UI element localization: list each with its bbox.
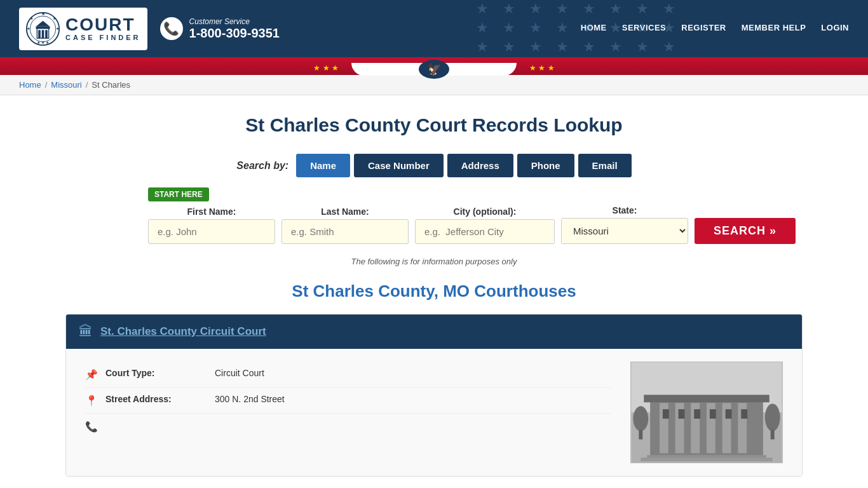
search-form: First Name: Last Name: City (optional): … — [148, 205, 796, 244]
state-group: State: Missouri Alabama Alaska Arizona C… — [561, 205, 688, 244]
breadcrumb-sep-2: / — [86, 80, 88, 90]
svg-text:★: ★ — [56, 26, 59, 30]
phone-row-icon: 📞 — [85, 421, 98, 433]
svg-point-34 — [765, 403, 780, 431]
eagle-icon: 🦅 — [427, 62, 441, 76]
svg-rect-8 — [38, 30, 41, 38]
svg-rect-27 — [710, 409, 716, 419]
search-by-row: Search by: Name Case Number Address Phon… — [65, 154, 803, 177]
courthouse-body: 📌 Court Type: Circuit Court 📍 Street Add… — [66, 349, 802, 476]
courthouse-icon: 🏛 — [79, 323, 93, 340]
address-label: Street Address: — [105, 394, 207, 404]
courthouse-image — [630, 362, 783, 463]
last-name-label: Last Name: — [281, 207, 409, 217]
eagle-container: 🦅 — [419, 60, 449, 79]
search-by-label: Search by: — [236, 160, 288, 172]
search-button[interactable]: SEARCH » — [695, 218, 796, 244]
svg-rect-26 — [694, 409, 700, 419]
city-group: City (optional): — [415, 207, 555, 244]
nav-services[interactable]: SERVICES — [622, 23, 667, 35]
svg-text:★: ★ — [53, 15, 56, 20]
banner-stars-left: ★ ★ ★ — [301, 64, 351, 75]
tab-phone[interactable]: Phone — [517, 154, 574, 177]
phone-icon: 📞 — [160, 17, 183, 40]
page-title: St Charles County Court Records Lookup — [65, 114, 803, 136]
banner-arc-decoration: 🦅 — [351, 63, 517, 76]
breadcrumb-home[interactable]: Home — [19, 80, 41, 90]
svg-rect-28 — [726, 409, 732, 419]
logo-case-finder-label: CASE FINDER — [65, 34, 141, 41]
banner-stars-right: ★ ★ ★ — [517, 64, 567, 75]
header-left: ★ ★ ★ ★ ★ ★ ★ ★ COURT CASE FINDER 📞 — [19, 8, 280, 50]
first-name-group: First Name: — [148, 207, 275, 244]
state-select[interactable]: Missouri Alabama Alaska Arizona Californ… — [561, 218, 688, 244]
logo-emblem-icon: ★ ★ ★ ★ ★ ★ ★ ★ — [25, 11, 60, 46]
svg-rect-24 — [663, 409, 669, 419]
city-input[interactable] — [415, 219, 555, 244]
customer-service-phone: 1-800-309-9351 — [189, 26, 280, 41]
tab-address[interactable]: Address — [447, 154, 513, 177]
courthouse-name-link[interactable]: St. Charles County Circuit Court — [100, 325, 266, 338]
svg-rect-25 — [679, 409, 685, 419]
search-section: Search by: Name Case Number Address Phon… — [65, 154, 803, 244]
site-logo[interactable]: ★ ★ ★ ★ ★ ★ ★ ★ COURT CASE FINDER — [19, 8, 147, 50]
nav-login[interactable]: LOGIN — [821, 23, 849, 35]
nav-home[interactable]: HOME — [581, 23, 607, 35]
address-row: 📍 Street Address: 300 N. 2nd Street — [85, 388, 611, 414]
logo-text-block: COURT CASE FINDER — [65, 16, 141, 41]
court-type-icon: 📌 — [85, 369, 98, 381]
svg-rect-31 — [641, 458, 772, 461]
last-name-group: Last Name: — [281, 207, 409, 244]
customer-service-block: 📞 Customer Service 1-800-309-9351 — [160, 17, 280, 41]
court-type-label: Court Type: — [105, 368, 207, 378]
svg-rect-29 — [741, 409, 747, 419]
nav-register[interactable]: REGISTER — [681, 23, 726, 35]
first-name-label: First Name: — [148, 207, 275, 217]
svg-text:★: ★ — [30, 15, 33, 20]
svg-text:★ ★ ★: ★ ★ ★ — [37, 41, 48, 44]
svg-rect-35 — [771, 430, 775, 440]
last-name-input[interactable] — [281, 219, 409, 244]
customer-service-label: Customer Service — [189, 17, 280, 26]
courthouse-info: 📌 Court Type: Circuit Court 📍 Street Add… — [85, 362, 611, 463]
tab-name[interactable]: Name — [296, 154, 350, 177]
court-type-value: Circuit Court — [215, 368, 264, 378]
courthouse-building-svg — [631, 362, 782, 463]
tab-case-number[interactable]: Case Number — [354, 154, 444, 177]
state-label: State: — [561, 205, 688, 215]
svg-text:★: ★ — [41, 11, 45, 17]
address-value: 300 N. 2nd Street — [215, 394, 285, 404]
info-note: The following is for information purpose… — [65, 257, 803, 266]
courthouse-card: 🏛 St. Charles County Circuit Court 📌 Cou… — [65, 314, 803, 477]
breadcrumb-sep-1: / — [45, 80, 48, 90]
svg-rect-11 — [36, 26, 50, 29]
city-label: City (optional): — [415, 207, 555, 217]
tab-email[interactable]: Email — [578, 154, 632, 177]
red-banner: ★ ★ ★ 🦅 ★ ★ ★ — [0, 57, 868, 75]
logo-court-label: COURT — [65, 16, 141, 34]
svg-rect-33 — [639, 430, 642, 440]
address-icon: 📍 — [85, 395, 98, 407]
court-type-row: 📌 Court Type: Circuit Court — [85, 362, 611, 388]
main-nav: HOME SERVICES REGISTER MEMBER HELP LOGIN — [581, 23, 849, 35]
svg-rect-17 — [644, 395, 770, 402]
svg-marker-12 — [36, 20, 50, 26]
placeholder-row: 📞 — [85, 414, 611, 439]
courthouses-title: St Charles County, MO Courthouses — [65, 281, 803, 301]
svg-point-32 — [633, 406, 648, 431]
courthouse-header: 🏛 St. Charles County Circuit Court — [66, 315, 802, 349]
first-name-input[interactable] — [148, 219, 275, 244]
nav-member-help[interactable]: MEMBER HELP — [742, 23, 806, 35]
main-content: St Charles County Court Records Lookup S… — [53, 95, 815, 488]
svg-rect-10 — [45, 30, 48, 38]
breadcrumb-current: St Charles — [92, 80, 130, 90]
svg-rect-9 — [42, 30, 44, 38]
breadcrumb-state[interactable]: Missouri — [51, 80, 81, 90]
svg-text:★: ★ — [27, 26, 30, 30]
site-header: ★★★★★★★★ ★★★★★★★★ ★★★★★★★★ ★ ★ ★ ★ ★ — [0, 0, 868, 57]
customer-service-text: Customer Service 1-800-309-9351 — [189, 17, 280, 41]
start-here-badge: START HERE — [148, 187, 209, 201]
